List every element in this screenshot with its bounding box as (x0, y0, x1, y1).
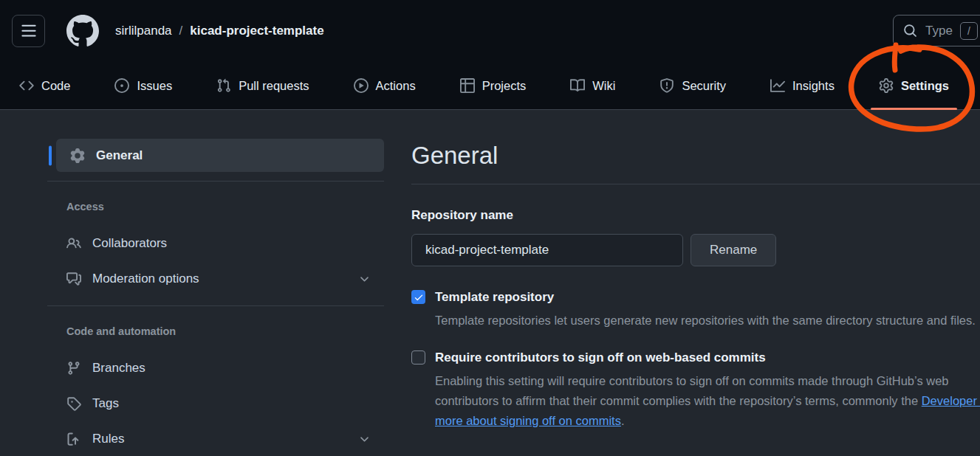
signoff-description-line-2: contributors to affirm that their commit… (435, 391, 980, 411)
chevron-down-icon (358, 433, 371, 446)
tab-insights[interactable]: Insights (757, 62, 848, 109)
tab-security[interactable]: Security (646, 62, 739, 109)
divider (47, 305, 384, 306)
tab-issues-label: Issues (137, 79, 172, 93)
shield-icon (659, 78, 674, 93)
gear-icon (70, 148, 85, 163)
graph-icon (770, 78, 785, 93)
check-icon (414, 292, 424, 303)
sidebar-item-moderation-options-label: Moderation options (92, 272, 199, 286)
tab-actions[interactable]: Actions (340, 62, 429, 109)
tab-settings[interactable]: Settings (866, 62, 962, 109)
tab-pull-requests-label: Pull requests (239, 79, 309, 93)
sidebar-item-rules-label: Rules (92, 432, 124, 446)
signoff-row: Require contributors to sign off on web-… (411, 350, 980, 365)
dco-link[interactable]: Developer Certificate of Origin (DCO) (922, 394, 980, 407)
rename-button[interactable]: Rename (691, 234, 776, 266)
tab-projects-label: Projects (482, 79, 527, 93)
sidebar-section-access: Access (47, 201, 384, 215)
search-placeholder: Type (925, 24, 953, 38)
tab-code-label: Code (41, 79, 70, 93)
sidebar-item-moderation-options[interactable]: Moderation options (47, 261, 384, 297)
comment-discussion-icon (66, 272, 81, 286)
code-icon (19, 78, 34, 93)
tab-insights-label: Insights (792, 79, 835, 93)
table-icon (460, 78, 475, 93)
repository-name-input[interactable] (411, 234, 683, 266)
tab-wiki-label: Wiki (592, 79, 615, 93)
rules-icon (66, 432, 81, 446)
sidebar-section-code-and-automation: Code and automation (47, 325, 384, 340)
signoff-description-line-1: Enabling this setting will require contr… (435, 371, 980, 391)
sidebar-item-collaborators-label: Collaborators (92, 236, 167, 251)
global-search-input[interactable]: Type / (893, 15, 980, 46)
search-shortcut-keycap: / (960, 22, 978, 40)
issue-opened-icon (114, 78, 129, 93)
active-tab-underline (871, 108, 957, 110)
selected-item-accent-bar (49, 145, 52, 165)
search-icon (903, 24, 917, 38)
github-mark-icon (66, 15, 99, 47)
signoff-description-line-2-text: contributors to affirm that their commit… (435, 394, 922, 407)
sidebar-group-code-and-automation: Branches Tags Rules (47, 350, 384, 456)
gear-icon (879, 78, 894, 93)
divider (47, 181, 384, 182)
signoff-description-line-3: more about signing off on commits. (435, 411, 980, 431)
divider (411, 184, 980, 184)
sidebar-item-general-label: General (96, 148, 143, 163)
breadcrumb: sirlilpanda / kicad-project-template (115, 24, 324, 38)
sidebar-item-tags-label: Tags (92, 396, 119, 411)
template-repository-row: Template repository (411, 289, 980, 305)
sidebar-item-rules[interactable]: Rules (47, 421, 384, 456)
sidebar-item-tags[interactable]: Tags (47, 386, 384, 421)
tab-wiki[interactable]: Wiki (557, 62, 628, 109)
settings-sidebar: General Access Collaborators Moderation … (47, 139, 384, 456)
tab-security-label: Security (682, 79, 726, 93)
template-repository-description: Template repositories let users generate… (435, 311, 980, 331)
three-bars-icon (21, 23, 37, 39)
play-icon (354, 78, 369, 93)
header-top-bar: sirlilpanda / kicad-project-template Typ… (0, 0, 980, 62)
repo-tab-nav: Code Issues Pull requests Actions Projec… (6, 62, 980, 109)
repository-name-row: Rename (411, 234, 980, 266)
signoff-description: Enabling this setting will require contr… (435, 371, 980, 431)
settings-main-panel: General Repository name Rename Template … (411, 139, 980, 431)
app-header: sirlilpanda / kicad-project-template Typ… (0, 0, 980, 110)
repository-name-label: Repository name (411, 208, 980, 224)
sidebar-item-collaborators[interactable]: Collaborators (47, 226, 384, 261)
git-branch-icon (66, 361, 81, 376)
global-nav-menu-button[interactable] (12, 15, 45, 47)
breadcrumb-owner-link[interactable]: sirlilpanda (115, 24, 172, 38)
sidebar-item-branches-label: Branches (92, 361, 145, 376)
template-repository-label[interactable]: Template repository (435, 289, 554, 305)
tab-actions-label: Actions (376, 79, 416, 93)
tab-issues[interactable]: Issues (101, 62, 185, 109)
git-pull-request-icon (216, 78, 231, 93)
signoff-label[interactable]: Require contributors to sign off on web-… (435, 350, 766, 365)
signoff-checkbox[interactable] (411, 350, 425, 365)
page-title: General (411, 140, 980, 171)
breadcrumb-separator: / (179, 24, 183, 38)
book-icon (570, 78, 585, 93)
people-icon (66, 236, 81, 251)
breadcrumb-repo-link[interactable]: kicad-project-template (190, 24, 323, 38)
template-repository-checkbox[interactable] (411, 290, 425, 304)
chevron-down-icon (358, 273, 371, 286)
tab-code[interactable]: Code (6, 62, 83, 109)
tag-icon (66, 396, 81, 411)
tab-projects[interactable]: Projects (447, 62, 540, 109)
signing-off-commits-link[interactable]: more about signing off on commits (435, 414, 621, 427)
sidebar-group-access: Collaborators Moderation options (47, 226, 384, 297)
sidebar-item-general[interactable]: General (56, 139, 384, 172)
tab-pull-requests[interactable]: Pull requests (203, 62, 322, 109)
tab-settings-label: Settings (901, 79, 949, 93)
signoff-description-period: . (621, 414, 625, 427)
github-logo[interactable] (66, 15, 99, 47)
settings-content: General Access Collaborators Moderation … (0, 110, 980, 456)
sidebar-item-branches[interactable]: Branches (47, 350, 384, 386)
